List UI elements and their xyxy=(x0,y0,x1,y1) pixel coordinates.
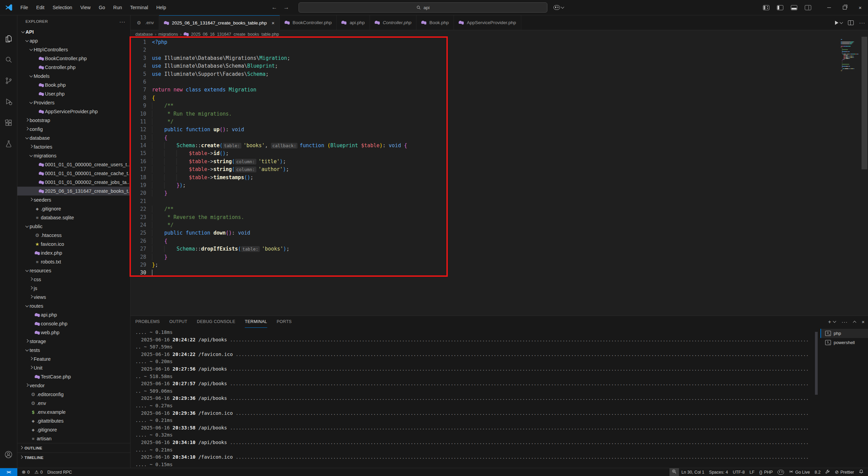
search-icon[interactable] xyxy=(0,51,17,68)
code-line[interactable]: 11 */ xyxy=(131,118,858,126)
code-line[interactable]: 5use Illuminate\Support\Facades\Schema; xyxy=(131,70,858,78)
explorer-more-icon[interactable]: ··· xyxy=(119,19,125,24)
code-line[interactable]: 17 $table->string(column:'author'); xyxy=(131,166,858,173)
tree-item[interactable]: Models xyxy=(17,72,130,81)
panel-tab-problems[interactable]: PROBLEMS xyxy=(135,316,160,327)
status-item-left-0[interactable]: ⊗0 xyxy=(19,468,32,476)
panel-tab-debug-console[interactable]: DEBUG CONSOLE xyxy=(197,316,235,327)
sidebar-section-timeline[interactable]: TIMELINE xyxy=(17,453,130,462)
tree-item[interactable]: resources xyxy=(17,266,130,275)
status-item-right-3[interactable]: UTF-8 xyxy=(730,468,747,476)
status-item-left-2[interactable]: Discord RPC xyxy=(45,468,74,476)
back-icon[interactable]: ← xyxy=(271,4,277,11)
code-line[interactable]: 15 $table->id(); xyxy=(131,150,858,157)
copilot-menu[interactable] xyxy=(554,5,564,10)
code-line[interactable]: 26 { xyxy=(131,237,858,245)
code-line[interactable]: 25 public function down(): void xyxy=(131,229,858,237)
status-item-right-1[interactable]: Ln 30, Col 1 xyxy=(679,468,707,476)
source-control-icon[interactable] xyxy=(0,72,17,89)
tree-item[interactable]: Book.php xyxy=(17,81,130,89)
tree-item[interactable]: ⚙.env xyxy=(17,399,130,408)
tree-item[interactable]: ⚙.htaccess xyxy=(17,231,130,240)
testing-icon[interactable] xyxy=(0,136,17,152)
restore-button[interactable] xyxy=(837,0,852,15)
explorer-icon[interactable] xyxy=(0,30,17,47)
menu-item-edit[interactable]: Edit xyxy=(33,3,48,12)
tree-item[interactable]: database xyxy=(17,134,130,142)
code-line[interactable]: 13 { xyxy=(131,134,858,142)
tree-item[interactable]: console.php xyxy=(17,319,130,328)
menu-item-terminal[interactable]: Terminal xyxy=(127,3,152,12)
tree-item[interactable]: Controller.php xyxy=(17,63,130,72)
tree-root[interactable]: API xyxy=(17,28,130,36)
breadcrumb-item[interactable]: migrations xyxy=(158,32,178,37)
status-item-right-4[interactable]: LF xyxy=(747,468,757,476)
code-editor[interactable]: 1<?php23use Illuminate\Database\Migratio… xyxy=(131,38,858,316)
code-line[interactable]: 19 }); xyxy=(131,182,858,189)
code-line[interactable]: 28 } xyxy=(131,253,858,261)
extensions-icon[interactable] xyxy=(0,115,17,131)
tree-item[interactable]: ≡robots.txt xyxy=(17,257,130,266)
terminal-output[interactable]: .... ~ 0.18ms 2025-06-16 20:24:22 /api/b… xyxy=(135,329,810,468)
code-line[interactable]: 1<?php xyxy=(131,38,858,46)
status-item-right-9[interactable] xyxy=(823,468,832,476)
tab[interactable]: BookController.php xyxy=(280,15,337,30)
tree-item[interactable]: User.php xyxy=(17,89,130,98)
code-line[interactable]: 9 /** xyxy=(131,102,858,110)
toggle-secondary-sidebar-icon[interactable] xyxy=(805,5,811,10)
tree-item[interactable]: storage xyxy=(17,337,130,346)
tree-item[interactable]: js xyxy=(17,284,130,293)
tree-item[interactable]: AppServiceProvider.php xyxy=(17,107,130,116)
new-terminal-button[interactable]: ＋ xyxy=(827,319,836,325)
breadcrumb-item[interactable]: database xyxy=(135,32,153,37)
status-item-right-2[interactable]: Spaces: 4 xyxy=(707,468,731,476)
tree-item[interactable]: BookController.php xyxy=(17,54,130,63)
code-line[interactable]: 14 Schema::create(table:'books', callbac… xyxy=(131,142,858,150)
maximize-panel-icon[interactable] xyxy=(853,321,856,324)
tree-item[interactable]: api.php xyxy=(17,310,130,319)
code-line[interactable]: 10 * Run the migrations. xyxy=(131,110,858,118)
remote-indicator[interactable]: >< xyxy=(0,468,17,476)
tab[interactable]: Controller.php xyxy=(370,15,416,30)
tab[interactable]: api.php xyxy=(337,15,370,30)
editor-scrollbar[interactable] xyxy=(862,37,867,169)
command-center-search[interactable]: api xyxy=(299,2,547,13)
minimize-button[interactable] xyxy=(821,0,837,15)
terminal-scrollbar[interactable] xyxy=(815,332,818,395)
tree-item[interactable]: seeders xyxy=(17,196,130,204)
menu-item-selection[interactable]: Selection xyxy=(49,3,76,12)
panel-more-icon[interactable]: ··· xyxy=(841,319,848,325)
tree-item[interactable]: web.php xyxy=(17,328,130,337)
tree-item[interactable]: ★favicon.ico xyxy=(17,240,130,249)
tree-item[interactable]: ≡artisan xyxy=(17,434,130,443)
panel-tab-terminal[interactable]: TERMINAL xyxy=(245,316,267,328)
panel-tab-output[interactable]: OUTPUT xyxy=(169,316,187,327)
code-line[interactable]: 7return new class extends Migration xyxy=(131,86,858,94)
close-button[interactable]: × xyxy=(852,0,868,15)
menu-item-run[interactable]: Run xyxy=(110,3,125,12)
customize-layout-icon[interactable] xyxy=(763,5,769,10)
tree-item[interactable]: 0001_01_01_000002_create_jobs_ta... xyxy=(17,178,130,187)
tab[interactable]: ⚙.env xyxy=(131,15,159,30)
tree-item[interactable]: ⚙.editorconfig xyxy=(17,390,130,399)
code-line[interactable]: 21 xyxy=(131,198,858,205)
code-line[interactable]: 27 Schema::dropIfExists(table:'books'); xyxy=(131,245,858,253)
status-item-left-1[interactable]: ⚠0 xyxy=(32,468,45,476)
code-line[interactable]: 3use Illuminate\Database\Migrations\Migr… xyxy=(131,54,858,62)
tree-item[interactable]: css xyxy=(17,275,130,284)
code-line[interactable]: 29}; xyxy=(131,261,858,269)
code-line[interactable]: 24 */ xyxy=(131,221,858,229)
close-panel-icon[interactable]: × xyxy=(862,319,865,325)
code-line[interactable]: 12 public function up(): void xyxy=(131,126,858,134)
code-line[interactable]: 16 $table->string(column:'title'); xyxy=(131,158,858,166)
tree-item[interactable]: tests xyxy=(17,346,130,355)
tree-item[interactable]: ◆.gitignore xyxy=(17,425,130,434)
tree-item[interactable]: 0001_01_01_000001_create_cache_t... xyxy=(17,169,130,178)
tree-item[interactable]: vendor xyxy=(17,381,130,390)
tree-item[interactable]: routes xyxy=(17,302,130,310)
status-item-right-7[interactable]: Go Live xyxy=(786,468,812,476)
code-line[interactable]: 30 xyxy=(131,269,858,277)
tab[interactable]: 2025_06_16_131647_create_books_table.php… xyxy=(159,15,280,31)
status-item-right-0[interactable] xyxy=(669,468,679,476)
code-line[interactable]: 4use Illuminate\Database\Schema\Blueprin… xyxy=(131,62,858,70)
